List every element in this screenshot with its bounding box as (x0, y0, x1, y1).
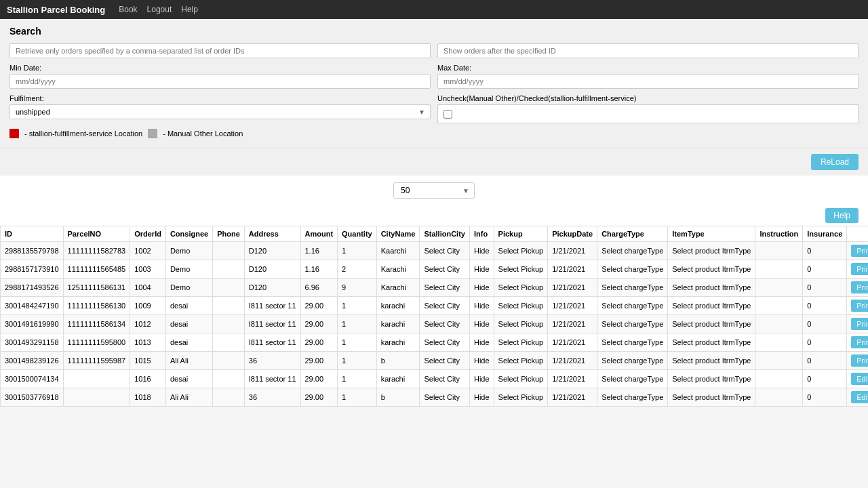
table-cell: Select product ItrmType (668, 315, 755, 333)
edit-button[interactable]: Edit (851, 391, 868, 403)
table-cell: Select Pickup (494, 279, 548, 297)
table-cell (755, 315, 803, 333)
nav-logout[interactable]: Logout (147, 5, 172, 14)
print-button[interactable]: Print (851, 318, 868, 330)
table-cell (213, 315, 245, 333)
print-button[interactable]: Print (851, 300, 868, 312)
uncheck-checkbox-area (437, 104, 859, 123)
table-cell: Select product ItrmType (668, 333, 755, 352)
action-cell: PrintTrack (847, 279, 868, 297)
table-cell: 2988171493526 (1, 279, 64, 297)
table-cell: Select Pickup (494, 297, 548, 315)
col-pickup: Pickup (494, 226, 548, 242)
table-cell: Select chargeType (597, 370, 668, 388)
table-cell: Kaarchi (376, 242, 420, 260)
table-cell: karachi (376, 370, 420, 388)
table-cell: 1009 (130, 297, 166, 315)
table-cell: Select City (420, 388, 470, 407)
table-cell: Demo (165, 260, 212, 279)
table-container: ID ParcelNO OrderId Consignee Phone Addr… (0, 226, 868, 407)
table-cell: 29.00 (300, 370, 338, 388)
table-cell (213, 242, 245, 260)
table-cell (755, 279, 803, 297)
uncheck-group: Uncheck(Manual Other)/Checked(stallion-f… (437, 94, 859, 123)
table-cell (63, 370, 130, 388)
table-cell: 11111111586134 (63, 315, 130, 333)
nav-help[interactable]: Help (181, 5, 198, 14)
table-cell: 1/21/2021 (548, 260, 597, 279)
after-id-input[interactable] (437, 43, 859, 58)
action-cell: PrintTrack (847, 242, 868, 260)
table-cell: Select chargeType (597, 315, 668, 333)
min-date-input[interactable] (9, 74, 431, 89)
uncheck-checkbox[interactable] (443, 110, 452, 119)
table-cell: Hide (469, 260, 494, 279)
print-button[interactable]: Print (851, 354, 868, 367)
print-button[interactable]: Print (851, 336, 868, 348)
print-button[interactable]: Print (851, 263, 868, 275)
fulfilment-label: Fulfilment: (9, 94, 431, 102)
search-section: Search Min Date: Max Date: Fulfilment: u… (0, 19, 868, 148)
table-cell: D120 (244, 260, 300, 279)
table-cell: 1015 (130, 352, 166, 370)
table-cell: 29.00 (300, 333, 338, 352)
table-cell: I811 sector 11 (244, 370, 300, 388)
table-cell: Hide (469, 370, 494, 388)
action-cell: PrintTrack (847, 297, 868, 315)
reload-button[interactable]: ReLoad (811, 154, 859, 170)
table-cell: 3001503776918 (1, 388, 64, 407)
table-row: 2988135579798111111115827831002DemoD1201… (1, 242, 869, 260)
nav-book[interactable]: Book (119, 5, 137, 14)
table-cell: 0 (803, 279, 847, 297)
table-cell: D120 (244, 279, 300, 297)
table-cell: 0 (803, 388, 847, 407)
table-cell: Select product ItrmType (668, 242, 755, 260)
table-row: 2988171493526125111115861311004DemoD1206… (1, 279, 869, 297)
col-id: ID (1, 226, 64, 242)
table-cell: Ali Ali (165, 388, 212, 407)
col-actions (847, 226, 868, 242)
table-cell: 1/21/2021 (548, 315, 597, 333)
order-ids-input[interactable] (9, 43, 431, 58)
col-parcel-no: ParcelNO (63, 226, 130, 242)
table-body: 2988135579798111111115827831002DemoD1201… (1, 242, 869, 407)
table-cell (63, 388, 130, 407)
table-row: 3001493291158111111115958001013desaiI811… (1, 333, 869, 352)
max-date-input[interactable] (437, 74, 859, 89)
table-cell: Karachi (376, 279, 420, 297)
table-cell: Select chargeType (597, 352, 668, 370)
table-cell: 29.00 (300, 388, 338, 407)
table-cell: Demo (165, 279, 212, 297)
table-cell: Select City (420, 315, 470, 333)
fulfilment-select[interactable]: unshipped shipped all (9, 104, 431, 119)
edit-button[interactable]: Edit (851, 373, 868, 385)
table-cell: karachi (376, 333, 420, 352)
table-cell: 1 (338, 388, 377, 407)
legend-row: - stallion-fulfillment-service Location … (9, 129, 859, 138)
table-cell: 3001484247190 (1, 297, 64, 315)
table-cell: 2988135579798 (1, 242, 64, 260)
help-button[interactable]: Help (825, 208, 859, 223)
table-cell: Select Pickup (494, 388, 548, 407)
table-cell: Select chargeType (597, 260, 668, 279)
per-page-select[interactable]: 10 25 50 100 (393, 182, 475, 199)
table-cell (755, 388, 803, 407)
col-charge-type: ChargeType (597, 226, 668, 242)
table-cell: 2 (338, 260, 377, 279)
table-cell (755, 370, 803, 388)
table-cell: 1/21/2021 (548, 279, 597, 297)
fulfilment-group: Fulfilment: unshipped shipped all ▼ (9, 94, 431, 123)
table-cell: Hide (469, 333, 494, 352)
table-cell: Hide (469, 279, 494, 297)
print-button[interactable]: Print (851, 281, 868, 293)
print-button[interactable]: Print (851, 245, 868, 257)
table-cell: b (376, 388, 420, 407)
table-cell: 1/21/2021 (548, 370, 597, 388)
table-cell: Select chargeType (597, 279, 668, 297)
table-cell (213, 297, 245, 315)
table-cell: 36 (244, 352, 300, 370)
table-cell: Select City (420, 279, 470, 297)
table-cell: 1003 (130, 260, 166, 279)
table-controls: 10 25 50 100 ▼ (0, 176, 868, 205)
table-cell: Select Pickup (494, 315, 548, 333)
